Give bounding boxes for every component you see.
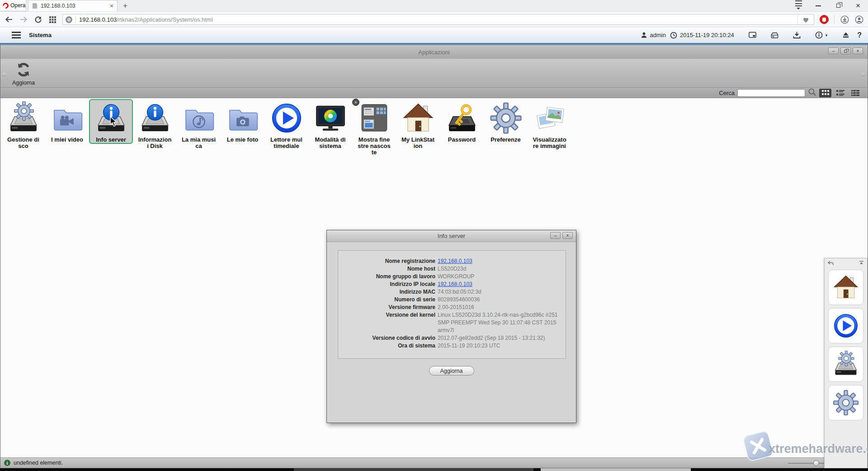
browser-tab-bar: Opera 192.168.0.103 × + ×	[0, 0, 868, 12]
app-item[interactable]: Le mie foto	[221, 99, 264, 143]
info-icon	[815, 31, 823, 39]
app-item[interactable]: × Mostra finestre nascoste	[352, 99, 396, 156]
folder-photo-icon	[226, 101, 259, 135]
home-icon	[832, 274, 859, 301]
disk-gear-icon	[7, 101, 40, 135]
window-restore-button[interactable]	[840, 48, 851, 54]
app-item[interactable]: I miei video	[45, 99, 89, 143]
account-avatar-icon[interactable]	[854, 15, 863, 24]
mouse-cursor-icon	[110, 116, 117, 127]
search-icon[interactable]	[808, 88, 816, 98]
app-item[interactable]: Modalità disistema	[308, 99, 352, 149]
disk-gear-icon	[832, 351, 859, 378]
view-grid-button[interactable]	[819, 89, 831, 97]
app-label: Mostra finestre nascoste	[358, 137, 390, 156]
tab-close-icon[interactable]: ×	[110, 2, 113, 10]
display-settings-icon[interactable]	[749, 31, 756, 39]
app-item[interactable]: Lettore multimediale	[264, 99, 308, 149]
forward-button[interactable]	[19, 15, 28, 24]
search-row: Cerca	[0, 88, 868, 98]
row-label: Indirizzo IP locale	[338, 281, 438, 288]
opera-logo-icon	[1, 1, 9, 10]
dialog-titlebar[interactable]: Info server – ×	[327, 230, 576, 242]
panel-tile[interactable]	[828, 385, 863, 420]
downloads-icon[interactable]	[840, 15, 849, 24]
dialog-rows: Nome registrazione 192.168.0.103 Nome ho…	[338, 250, 566, 359]
url-text[interactable]: 192.168.0.103/rtknas2/Applications/Syste…	[79, 16, 797, 23]
app-item[interactable]: La mia musica	[177, 99, 221, 149]
app-item[interactable]: Info server	[89, 99, 133, 144]
clock-icon	[670, 31, 678, 39]
view-list-button[interactable]	[834, 89, 846, 97]
close-hidden-badge-icon[interactable]: ×	[352, 99, 359, 106]
help-button[interactable]: ?	[857, 31, 862, 39]
more-toolbar-icon[interactable]: »	[861, 70, 865, 77]
reload-button[interactable]	[33, 15, 42, 24]
panel-tile[interactable]	[828, 347, 863, 382]
window-close-button[interactable]: ×	[853, 48, 863, 54]
blocked-content-icon[interactable]	[820, 15, 829, 24]
dialog-close-button[interactable]: ×	[562, 232, 573, 239]
view-details-button[interactable]	[849, 89, 861, 97]
app-item[interactable]: Gestione disco	[1, 99, 45, 149]
app-item[interactable]: Visualizzatore immagini	[528, 99, 571, 149]
dialog-row: Ora di sistema 2015-11-19 20:10:23 UTC	[338, 342, 566, 350]
opera-menu-button[interactable]: Opera	[0, 0, 26, 11]
close-button[interactable]: ×	[848, 0, 868, 12]
row-value: 2012.07-ge82edd2 (Sep 18 2015 - 13:21:32…	[438, 334, 566, 342]
speed-dial-button[interactable]	[48, 15, 57, 24]
menubar-title[interactable]: Sistema	[29, 32, 52, 38]
row-label: Ora di sistema	[338, 342, 438, 350]
restore-button[interactable]	[828, 0, 848, 12]
panel-tile[interactable]	[828, 308, 863, 343]
new-tab-button[interactable]: +	[118, 0, 133, 11]
eject-icon[interactable]	[842, 31, 849, 39]
app-label: Info server	[96, 137, 126, 143]
row-value: 2015-11-19 20:10:23 UTC	[438, 342, 566, 350]
app-item[interactable]: Preferenze	[484, 99, 528, 143]
hamburger-menu-icon[interactable]	[12, 32, 21, 38]
applications-titlebar[interactable]: Applicazioni – ×	[0, 45, 868, 59]
url-field[interactable]: ⊘ 192.168.0.103/rtknas2/Applications/Sys…	[62, 14, 814, 25]
logged-user[interactable]: admin	[640, 31, 666, 39]
refresh-label: Aggiorna	[10, 80, 37, 86]
disk-drive-icon[interactable]	[771, 31, 778, 39]
folder-music-icon	[182, 101, 216, 135]
dialog-minimize-button[interactable]: –	[550, 232, 561, 239]
photos-icon	[533, 101, 566, 135]
refresh-icon	[14, 61, 33, 79]
key-disk-icon	[445, 101, 479, 135]
app-item[interactable]: Password	[440, 99, 484, 143]
search-input[interactable]	[737, 89, 805, 97]
app-grid: Gestione disco I miei video Info server …	[1, 99, 571, 156]
app-item[interactable]: My LinkStation	[396, 99, 440, 149]
download-tray-icon[interactable]	[793, 31, 801, 39]
dialog-row: Indirizzo MAC 74:03:bd:05:02:3d	[338, 288, 566, 296]
panel-tile[interactable]	[828, 270, 863, 305]
zoom-slider-knob[interactable]	[813, 460, 819, 466]
opera-sidebar-menu-icon[interactable]	[788, 0, 808, 12]
row-label: Versione codice di avvio	[338, 334, 438, 342]
bookmark-heart-icon[interactable]	[797, 14, 814, 24]
status-info-icon: i	[4, 460, 10, 466]
monitor-icon	[314, 101, 347, 135]
panel-back-icon[interactable]	[828, 259, 834, 267]
sidepanel-tiles	[825, 268, 867, 420]
applications-title: Applicazioni	[418, 49, 449, 56]
dialog-refresh-button[interactable]: Aggiorna	[429, 366, 474, 376]
dropdown-arrow-icon: ▾	[826, 33, 828, 38]
browser-tab[interactable]: 192.168.0.103 ×	[28, 0, 118, 11]
collapse-toolbar-icon[interactable]: «	[2, 70, 6, 77]
dialog-row: Versione del kernel Linux LS520D23d 3.10…	[338, 311, 566, 334]
app-item[interactable]: Informazioni Disk	[133, 99, 177, 149]
info-menu[interactable]: ▾	[815, 31, 828, 39]
site-badge-icon[interactable]: ⊘	[66, 16, 72, 23]
dialog-row: Numero di serie 80289354600036	[338, 296, 566, 304]
refresh-button[interactable]: Aggiorna	[10, 61, 37, 86]
minimize-button[interactable]	[808, 0, 828, 12]
system-clock[interactable]: 2015-11-19 20:10:24	[670, 31, 734, 39]
row-label: Nome gruppo di lavoro	[338, 273, 438, 281]
window-minimize-button[interactable]: –	[828, 48, 839, 54]
panel-collapse-icon[interactable]	[859, 259, 864, 267]
back-button[interactable]	[5, 15, 14, 24]
